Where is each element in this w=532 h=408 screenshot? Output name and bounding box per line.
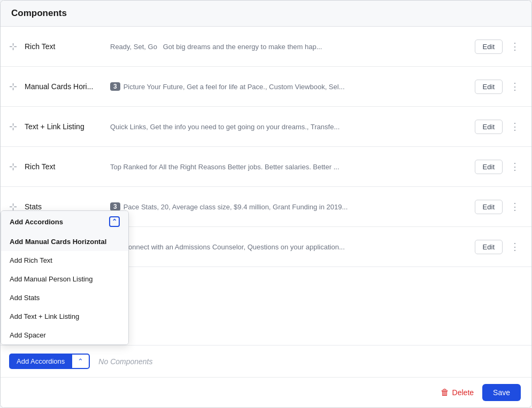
more-options-button[interactable]: ⋮ bbox=[507, 79, 523, 95]
component-actions: Edit ⋮ bbox=[475, 239, 523, 255]
more-options-button[interactable]: ⋮ bbox=[507, 119, 523, 135]
delete-button[interactable]: 🗑 Delete bbox=[441, 388, 474, 397]
more-options-button[interactable]: ⋮ bbox=[507, 159, 523, 175]
component-actions: Edit ⋮ bbox=[475, 199, 523, 215]
add-accordions-button[interactable]: Add Accordions bbox=[9, 354, 72, 369]
component-name: Rich Text bbox=[25, 42, 110, 51]
component-name: Manual Cards Hori... bbox=[25, 82, 110, 91]
add-button-toggle[interactable]: ⌃ bbox=[72, 354, 90, 369]
table-row: ⊹ Rich Text Ready, Set, Go Got big dream… bbox=[1, 27, 531, 67]
component-name: Text + Link Listing bbox=[25, 122, 110, 131]
component-meta: 4 Connect with an Admissions Counselor, … bbox=[110, 242, 468, 251]
component-meta: Top Ranked for All the Right Reasons Bet… bbox=[110, 163, 468, 171]
dropdown-menu-item[interactable]: Add Rich Text bbox=[1, 251, 128, 270]
page-title: Components bbox=[11, 8, 67, 18]
edit-button[interactable]: Edit bbox=[475, 80, 503, 94]
component-actions: Edit ⋮ bbox=[475, 79, 523, 95]
save-button[interactable]: Save bbox=[482, 384, 521, 401]
footer-bar: 🗑 Delete Save bbox=[1, 377, 531, 407]
component-actions: Edit ⋮ bbox=[475, 119, 523, 135]
component-name: Stats bbox=[25, 202, 110, 211]
edit-button[interactable]: Edit bbox=[475, 160, 503, 174]
component-description: Picture Your Future, Get a feel for life… bbox=[124, 83, 345, 91]
table-row: ⊹ Rich Text Top Ranked for All the Right… bbox=[1, 147, 531, 187]
table-row: ⊹ Manual Cards Hori... 3 Picture Your Fu… bbox=[1, 67, 531, 107]
more-options-button[interactable]: ⋮ bbox=[507, 199, 523, 215]
dropdown-items-list: Add Manual Cards HorizontalAdd Rich Text… bbox=[1, 232, 128, 344]
dropdown-menu-item[interactable]: Add Stats bbox=[1, 288, 128, 307]
edit-button[interactable]: Edit bbox=[475, 240, 503, 254]
dropdown-menu-item[interactable]: Add Spacer bbox=[1, 326, 128, 344]
delete-label: Delete bbox=[452, 388, 474, 397]
more-options-button[interactable]: ⋮ bbox=[507, 239, 523, 255]
drag-handle-icon[interactable]: ⊹ bbox=[9, 81, 17, 92]
chevron-up-icon[interactable]: ⌃ bbox=[109, 216, 120, 227]
dropdown-container: Add Accordions ⌃ bbox=[9, 354, 90, 369]
dropdown-menu-item[interactable]: Add Manual Cards Horizontal bbox=[1, 232, 128, 251]
component-meta: 3 Pace Stats, 20, Average class size, $9… bbox=[110, 202, 468, 211]
dropdown-menu-item[interactable]: Add Text + Link Listing bbox=[1, 307, 128, 326]
more-options-button[interactable]: ⋮ bbox=[507, 38, 523, 54]
main-window: Components ⊹ Rich Text Ready, Set, Go Go… bbox=[0, 0, 532, 408]
edit-button[interactable]: Edit bbox=[475, 120, 503, 134]
trash-icon: 🗑 bbox=[441, 388, 449, 397]
component-meta: Ready, Set, Go Got big dreams and the en… bbox=[110, 43, 468, 51]
dropdown-header-label: Add Accordions bbox=[10, 218, 63, 226]
edit-button[interactable]: Edit bbox=[475, 200, 503, 214]
component-meta: Quick Links, Get the info you need to ge… bbox=[110, 123, 468, 131]
add-component-bar: Add Accordions ⌃ No Components bbox=[1, 345, 531, 377]
component-meta: 3 Picture Your Future, Get a feel for li… bbox=[110, 82, 468, 91]
components-header: Components bbox=[1, 1, 531, 27]
component-description: Pace Stats, 20, Average class size, $9.4… bbox=[124, 203, 348, 211]
component-name: Rich Text bbox=[25, 162, 110, 171]
count-badge: 3 bbox=[110, 202, 120, 211]
component-description: Quick Links, Get the info you need to ge… bbox=[110, 123, 340, 131]
component-description: Top Ranked for All the Right Reasons Bet… bbox=[110, 163, 340, 171]
add-button-group: Add Accordions ⌃ bbox=[9, 354, 90, 369]
dropdown-menu-item[interactable]: Add Manual Person Listing bbox=[1, 270, 128, 288]
add-component-dropdown: Add Accordions ⌃ Add Manual Cards Horizo… bbox=[1, 210, 129, 345]
component-description: Connect with an Admissions Counselor, Qu… bbox=[124, 243, 345, 251]
component-actions: Edit ⋮ bbox=[475, 159, 523, 175]
bottom-section: Add Accordions ⌃ Add Manual Cards Horizo… bbox=[1, 345, 531, 407]
edit-button[interactable]: Edit bbox=[475, 40, 503, 54]
no-components-text: No Components bbox=[98, 357, 152, 366]
component-description: Ready, Set, Go Got big dreams and the en… bbox=[110, 43, 322, 51]
dropdown-header-item[interactable]: Add Accordions ⌃ bbox=[1, 211, 128, 232]
drag-handle-icon[interactable]: ⊹ bbox=[9, 41, 17, 52]
component-actions: Edit ⋮ bbox=[475, 38, 523, 54]
table-row: ⊹ Text + Link Listing Quick Links, Get t… bbox=[1, 107, 531, 147]
drag-handle-icon[interactable]: ⊹ bbox=[9, 121, 17, 132]
count-badge: 3 bbox=[110, 82, 120, 91]
drag-handle-icon[interactable]: ⊹ bbox=[9, 161, 17, 172]
